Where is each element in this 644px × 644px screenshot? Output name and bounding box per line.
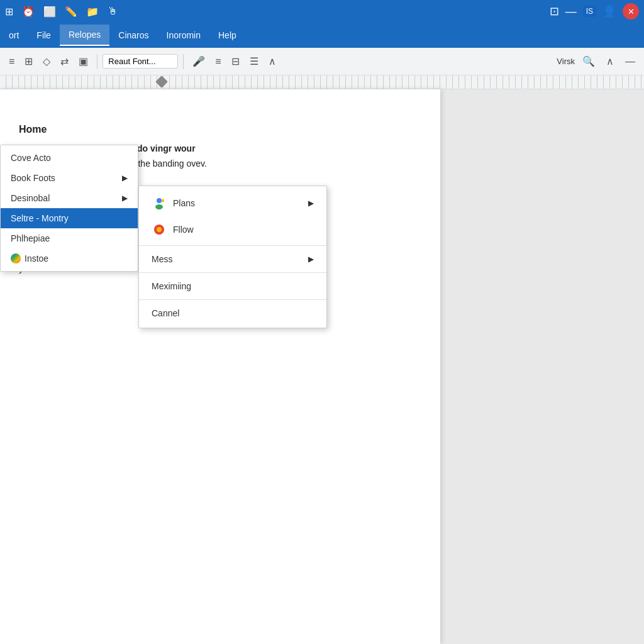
toolbar-align-icon[interactable]: ≡ — [211, 53, 225, 70]
search-area: Virsk 🔍 ∧ — — [557, 53, 639, 70]
search-label: Virsk — [557, 57, 575, 66]
split-icon[interactable]: ⊡ — [550, 4, 559, 18]
ruler — [0, 75, 644, 89]
clock-icon[interactable]: ⏰ — [22, 6, 35, 18]
ctx2-arrow-mess: ▶ — [308, 255, 314, 264]
toolbar-lines-icon[interactable]: ≡ — [5, 53, 18, 70]
instoe-icon — [11, 253, 21, 264]
ctx2-mess-label: Mess — [152, 254, 172, 264]
nav-up-icon[interactable]: ∧ — [602, 53, 618, 70]
svg-point-1 — [155, 204, 163, 209]
context-menu-secondary: Plans ▶ Fllow Mess ▶ Meximiing Cannel — [138, 186, 327, 328]
menu-item-file[interactable]: File — [28, 25, 60, 45]
folder-icon[interactable]: 📁 — [86, 6, 99, 18]
side-panel — [440, 89, 644, 644]
plans-icon — [152, 196, 167, 211]
minimize-icon[interactable]: — — [565, 5, 577, 18]
system-icons: ⊞ ⏰ ⬜ ✏️ 📁 🖱 — [5, 6, 118, 18]
title-bar: ⊞ ⏰ ⬜ ✏️ 📁 🖱 ⊡ — IS 👤 ✕ — [0, 0, 644, 23]
menu-item-help[interactable]: Help — [209, 25, 245, 45]
ctx-item-phlhepiae[interactable]: Phlhepiae — [1, 228, 138, 248]
ctx2-separator-1 — [139, 245, 326, 246]
ruler-marks — [0, 75, 644, 89]
toolbar-filter-icon[interactable]: ⇄ — [57, 53, 72, 70]
ctx-item-desinobal[interactable]: Desinobal ▶ — [1, 188, 138, 208]
fllow-icon — [152, 222, 167, 237]
menu-item-inoromin[interactable]: Inoromin — [158, 25, 209, 45]
ctx-item-instoe[interactable]: Instoe — [1, 248, 138, 269]
toolbar-diamond-icon[interactable]: ◇ — [39, 53, 54, 70]
menu-bar: ort File Relopes Cinaros Inoromin Help — [0, 23, 644, 48]
screen-icon[interactable]: ⬜ — [43, 6, 56, 18]
window-controls: ⊡ — IS 👤 ✕ — [550, 3, 639, 19]
ctx2-item-mess[interactable]: Mess ▶ — [139, 248, 326, 270]
ctx2-fllow-label: Fllow — [173, 225, 194, 235]
menu-item-cinaros[interactable]: Cinaros — [109, 25, 157, 45]
toolbar-spell-icon[interactable]: ∧ — [265, 53, 280, 70]
ctx-item-seltre-montry[interactable]: Seltre - Montry — [1, 208, 138, 228]
camera-icon[interactable]: 🖱 — [108, 6, 118, 17]
ctx2-plans-label: Plans — [173, 198, 195, 208]
ctx2-separator-2 — [139, 272, 326, 273]
font-selector[interactable]: Reaut Font... — [103, 54, 178, 69]
toolbar-mic-icon[interactable]: 🎤 — [189, 53, 209, 70]
ctx2-item-cannel[interactable]: Cannel — [139, 303, 326, 324]
search-icon[interactable]: 🔍 — [579, 53, 599, 70]
ctx2-cannel-label: Cannel — [152, 308, 179, 318]
close-button[interactable]: ✕ — [623, 3, 639, 19]
toolbar: ≡ ⊞ ◇ ⇄ ▣ Reaut Font... 🎤 ≡ ⊟ ☰ ∧ Virsk … — [0, 48, 644, 75]
toolbar-insert-icon[interactable]: ⊟ — [228, 53, 243, 70]
ctx2-meximiing-label: Meximiing — [152, 281, 191, 291]
toolbar-separator-1 — [97, 54, 97, 69]
ctx2-item-plans[interactable]: Plans ▶ — [139, 190, 326, 216]
toolbar-list-icon[interactable]: ☰ — [246, 53, 262, 70]
menu-item-ort[interactable]: ort — [0, 25, 28, 45]
ctx2-item-fllow[interactable]: Fllow — [139, 216, 326, 243]
context-menu-primary: Cove Acto Book Foots ▶ Desinobal ▶ Seltr… — [0, 145, 138, 272]
nav-down-icon[interactable]: — — [621, 53, 639, 70]
doc-heading: Home — [19, 121, 421, 138]
svg-point-0 — [157, 198, 162, 203]
ctx2-item-meximiing[interactable]: Meximiing — [139, 275, 326, 297]
svg-marker-2 — [162, 199, 164, 202]
ctx2-separator-3 — [139, 299, 326, 300]
ctx-item-book-foots[interactable]: Book Foots ▶ — [1, 168, 138, 188]
ctx2-arrow-plans: ▶ — [308, 199, 314, 208]
ctx-arrow-book-foots: ▶ — [122, 174, 128, 182]
account-icon[interactable]: 👤 — [602, 4, 616, 18]
notification-icon[interactable]: IS — [583, 6, 596, 17]
toolbar-separator-2 — [183, 54, 184, 69]
toolbar-table-icon[interactable]: ▣ — [75, 53, 92, 70]
toolbar-grid-icon[interactable]: ⊞ — [21, 53, 36, 70]
edit-icon[interactable]: ✏️ — [65, 6, 77, 18]
menu-item-relopes[interactable]: Relopes — [60, 25, 109, 46]
grid-icon[interactable]: ⊞ — [5, 6, 13, 18]
ctx-arrow-desinobal: ▶ — [122, 194, 128, 203]
ctx-item-cove-acto[interactable]: Cove Acto — [1, 148, 138, 168]
svg-point-4 — [157, 227, 162, 232]
